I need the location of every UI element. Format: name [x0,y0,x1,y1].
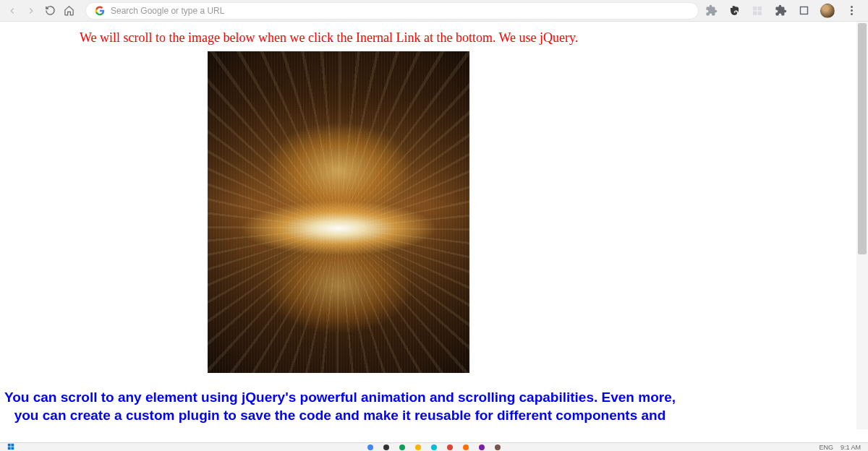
page-viewport: We will scroll to the image below when w… [0,22,868,429]
svg-rect-1 [758,7,762,10]
taskbar-app-icon[interactable] [495,444,501,450]
taskbar-app-icon[interactable] [415,444,421,450]
taskbar: ENG 9:1 AM [0,442,868,451]
evernote-icon[interactable] [728,4,741,17]
svg-rect-7 [8,447,11,450]
svg-rect-3 [758,11,762,14]
svg-rect-0 [753,7,757,10]
taskbar-app-icon[interactable] [383,444,389,450]
svg-rect-2 [753,11,757,14]
taskbar-left [7,443,14,452]
svg-rect-5 [8,443,11,446]
reload-button[interactable] [43,4,56,17]
svg-rect-8 [11,447,14,450]
taskbar-app-icon[interactable] [463,444,469,450]
browser-toolbar: Search Google or type a URL [0,0,868,22]
taskbar-time: 9:1 AM [841,444,861,451]
window-icon[interactable] [797,4,810,17]
google-icon [95,6,105,16]
taskbar-app-icon[interactable] [431,444,437,450]
taskbar-right: ENG 9:1 AM [819,444,861,451]
taskbar-app-icon[interactable] [447,444,453,450]
toolbar-right [705,4,862,18]
kebab-menu-icon[interactable] [845,4,858,17]
taskbar-app-icon[interactable] [399,444,405,450]
taskbar-app-icon[interactable] [367,444,373,450]
back-button[interactable] [6,4,19,17]
feature-image [208,51,469,373]
extensions-puzzle-icon[interactable] [774,4,787,17]
address-bar[interactable]: Search Google or type a URL [85,2,699,20]
home-button[interactable] [62,4,75,17]
heading-text: We will scroll to the image below when w… [0,25,868,51]
grid-icon[interactable] [751,4,764,17]
profile-avatar[interactable] [820,4,835,18]
address-placeholder: Search Google or type a URL [111,6,224,16]
windows-icon[interactable] [7,443,14,450]
description-paragraph: You can scroll to any element using jQue… [0,376,694,429]
extension-icon[interactable] [705,4,718,17]
svg-rect-4 [800,7,807,14]
svg-rect-6 [11,443,14,446]
taskbar-lang[interactable]: ENG [819,444,833,451]
image-wrapper [0,51,868,376]
taskbar-app-icon[interactable] [479,444,485,450]
taskbar-center [367,444,501,450]
forward-button[interactable] [25,4,38,17]
